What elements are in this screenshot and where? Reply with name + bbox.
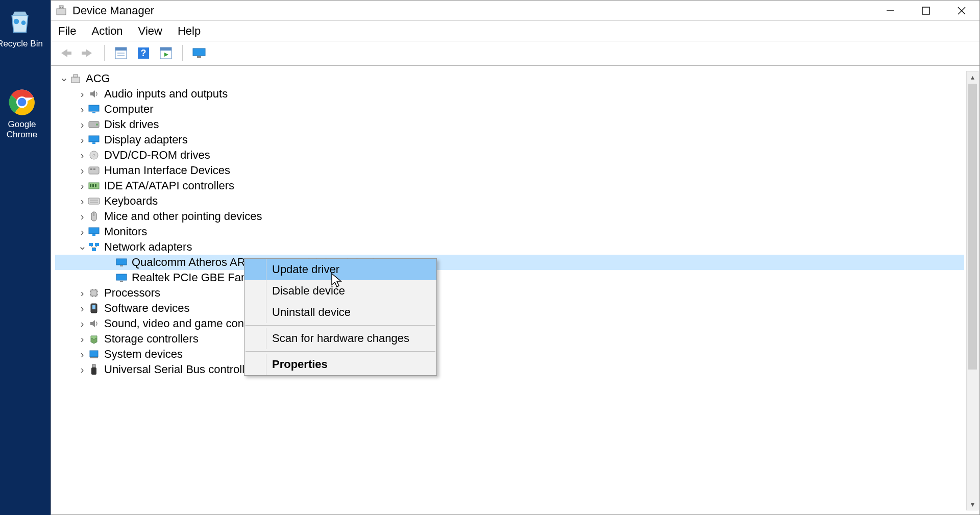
caret-icon[interactable]: [77, 134, 88, 146]
caret-icon[interactable]: [77, 195, 88, 207]
caret-icon[interactable]: [77, 211, 88, 223]
toolbar-separator: [104, 45, 105, 61]
device-tree[interactable]: ACGAudio inputs and outputsComputerDisk …: [55, 71, 964, 510]
tree-category[interactable]: System devices: [55, 347, 964, 362]
caret-icon[interactable]: [77, 119, 88, 131]
scroll-thumb[interactable]: [968, 84, 977, 370]
netdev-icon: [115, 272, 128, 284]
svg-line-52: [94, 246, 97, 248]
speaker-icon: [88, 317, 100, 330]
caret-icon[interactable]: [77, 180, 88, 192]
monitor-icon: [88, 134, 100, 146]
tree-category[interactable]: Storage controllers: [55, 331, 964, 347]
svg-rect-50: [92, 248, 96, 251]
tree-category[interactable]: Keyboards: [55, 193, 964, 209]
context-menu-gutter: [266, 354, 266, 375]
caret-icon[interactable]: [77, 349, 88, 360]
tree-category[interactable]: DVD/CD-ROM drives: [55, 148, 964, 163]
caret-icon[interactable]: [77, 88, 88, 100]
device-manager-window: Device Manager File Action View Help ? A…: [51, 0, 980, 515]
context-menu-item[interactable]: Update driver: [244, 259, 436, 280]
storage-icon: [88, 333, 100, 345]
svg-rect-3: [57, 9, 66, 15]
menu-view[interactable]: View: [138, 24, 162, 38]
tree-category-label: IDE ATA/ATAPI controllers: [104, 179, 234, 192]
tree-category[interactable]: Computer: [55, 102, 964, 117]
caret-icon[interactable]: [77, 303, 88, 314]
tree-root[interactable]: ACG: [55, 71, 964, 86]
menu-help[interactable]: Help: [178, 24, 201, 38]
tree-device[interactable]: Realtek PCIe GBE Family Controller: [55, 270, 964, 285]
svg-rect-54: [120, 265, 123, 266]
svg-line-51: [91, 246, 94, 248]
caret-icon[interactable]: [77, 226, 88, 238]
tree-category[interactable]: Sound, video and game controllers: [55, 316, 964, 331]
caret-icon[interactable]: [58, 72, 69, 85]
scroll-down-button[interactable]: ▾: [967, 499, 978, 510]
tree-category[interactable]: Mice and other pointing devices: [55, 209, 964, 224]
tree-category[interactable]: Human Interface Devices: [55, 163, 964, 178]
toolbar-properties-button[interactable]: [112, 44, 130, 62]
svg-rect-35: [90, 168, 92, 170]
svg-point-5: [60, 7, 61, 8]
chrome-icon: [8, 88, 36, 116]
tree-category[interactable]: Display adapters: [55, 132, 964, 148]
svg-rect-36: [93, 168, 95, 170]
context-menu-item[interactable]: Uninstall device: [244, 302, 436, 323]
tree-category[interactable]: Disk drives: [55, 117, 964, 132]
tree-category-label: Software devices: [104, 302, 190, 315]
caret-icon[interactable]: [77, 241, 88, 253]
minimize-button[interactable]: [872, 1, 908, 20]
toolbar-monitor-button[interactable]: [190, 44, 208, 62]
desktop-icon-recycle-bin[interactable]: Recycle Bin: [0, 7, 43, 49]
svg-rect-8: [922, 7, 929, 14]
software-icon: [88, 302, 100, 314]
monitor-icon: [192, 47, 206, 59]
caret-icon[interactable]: [77, 287, 88, 299]
arrow-left-icon: [58, 48, 72, 58]
hid-icon: [88, 164, 100, 177]
disk-icon: [88, 118, 100, 131]
toolbar-help-button[interactable]: ?: [134, 44, 153, 62]
close-button[interactable]: [944, 1, 979, 20]
titlebar[interactable]: Device Manager: [51, 1, 979, 21]
context-menu-label: Properties: [272, 358, 328, 371]
tree-category[interactable]: IDE ATA/ATAPI controllers: [55, 178, 964, 193]
menu-file[interactable]: File: [58, 24, 76, 38]
context-menu-item[interactable]: Properties: [244, 354, 436, 375]
context-menu-item[interactable]: Disable device: [244, 280, 436, 302]
tree-category-label: Computer: [104, 103, 154, 116]
tree-category-label: Processors: [104, 286, 160, 300]
tree-category[interactable]: Network adapters: [55, 239, 964, 255]
caret-icon[interactable]: [77, 165, 88, 177]
tree-device[interactable]: Qualcomm Atheros AR9485 802.11b/g/n WiFi…: [55, 255, 964, 270]
tree-category-label: Storage controllers: [104, 332, 199, 346]
caret-icon[interactable]: [77, 150, 88, 161]
scroll-up-button[interactable]: ▴: [967, 71, 978, 83]
toolbar-scan-button[interactable]: [157, 44, 175, 62]
svg-rect-22: [193, 48, 205, 56]
vertical-scrollbar[interactable]: ▴ ▾: [966, 71, 978, 510]
svg-rect-53: [116, 259, 127, 265]
menu-action[interactable]: Action: [91, 24, 122, 38]
toolbar-back-button[interactable]: [56, 44, 75, 62]
desktop-icon-chrome[interactable]: Google Chrome: [0, 88, 45, 140]
svg-point-6: [62, 7, 63, 8]
tree-category[interactable]: Universal Serial Bus controllers: [55, 362, 964, 377]
context-menu-item[interactable]: Scan for hardware changes: [244, 328, 436, 349]
tree-category[interactable]: Monitors: [55, 224, 964, 239]
caret-icon[interactable]: [77, 364, 88, 376]
caret-icon[interactable]: [77, 333, 88, 345]
svg-rect-71: [91, 367, 96, 375]
maximize-button[interactable]: [908, 1, 944, 20]
svg-rect-56: [120, 281, 123, 282]
toolbar-forward-button[interactable]: [79, 44, 97, 62]
caret-icon[interactable]: [77, 318, 88, 330]
close-icon: [957, 6, 966, 15]
caret-icon[interactable]: [77, 104, 88, 115]
ide-icon: [88, 180, 100, 192]
tree-category[interactable]: Processors: [55, 285, 964, 301]
root-icon: [69, 72, 82, 85]
tree-category[interactable]: Software devices: [55, 301, 964, 316]
tree-category[interactable]: Audio inputs and outputs: [55, 86, 964, 102]
